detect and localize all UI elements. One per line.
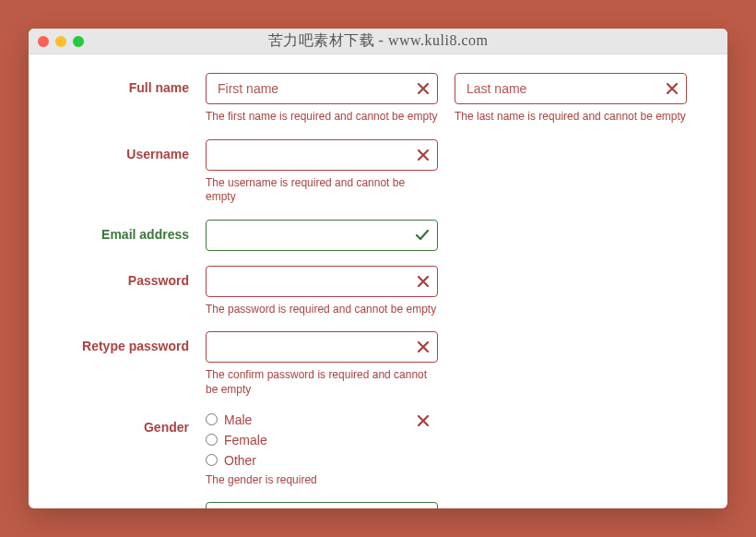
close-icon[interactable] [38, 36, 49, 47]
window: 苦力吧素材下载 - www.kuli8.com Full name The fi… [29, 29, 727, 508]
row-password: Password The password is required and ca… [62, 266, 694, 317]
cross-icon [418, 149, 429, 161]
gender-female[interactable]: Female [206, 433, 438, 448]
username-input[interactable] [206, 139, 438, 171]
firstname-input[interactable] [206, 73, 438, 104]
error-firstname: The first name is required and cannot be… [206, 110, 438, 125]
email-input[interactable] [206, 220, 438, 251]
window-controls [38, 36, 84, 47]
gender-other[interactable]: Other [206, 453, 438, 468]
maximize-icon[interactable] [73, 36, 84, 47]
password-input[interactable] [206, 266, 438, 297]
gender-other-label: Other [224, 453, 256, 468]
minimize-icon[interactable] [55, 36, 66, 47]
radio-other[interactable] [206, 454, 218, 466]
label-fullname: Full name [62, 73, 206, 95]
row-gender: Gender Male Female [62, 412, 694, 488]
label-birthday: Birthday [62, 502, 206, 508]
row-retype: Retype password The confirm password is … [62, 331, 694, 397]
error-username: The username is required and cannot be e… [206, 176, 438, 205]
row-username: Username The username is required and ca… [62, 139, 694, 205]
error-lastname: The last name is required and cannot be … [455, 110, 687, 125]
row-birthday: Birthday (YYYY/MM/DD) [62, 502, 694, 508]
radio-male[interactable] [206, 413, 218, 425]
label-username: Username [62, 139, 206, 161]
check-icon [416, 230, 429, 241]
cross-icon [418, 414, 429, 429]
row-email: Email address [62, 220, 694, 251]
gender-female-label: Female [224, 433, 267, 448]
radio-female[interactable] [206, 434, 218, 446]
cross-icon [418, 276, 429, 287]
label-gender: Gender [62, 412, 206, 435]
gender-male-label: Male [224, 412, 252, 427]
error-gender: The gender is required [206, 473, 438, 488]
row-fullname: Full name The first name is required and… [62, 73, 694, 125]
cross-icon [667, 83, 678, 94]
cross-icon [418, 83, 429, 94]
label-email: Email address [62, 220, 206, 242]
error-retype: The confirm password is required and can… [206, 368, 438, 397]
titlebar: 苦力吧素材下载 - www.kuli8.com [29, 29, 727, 54]
retype-password-input[interactable] [206, 331, 438, 363]
lastname-input[interactable] [455, 73, 687, 104]
form: Full name The first name is required and… [29, 54, 727, 508]
gender-male[interactable]: Male [206, 412, 438, 427]
birthday-input[interactable] [206, 502, 438, 508]
window-title: 苦力吧素材下载 - www.kuli8.com [29, 31, 727, 51]
error-password: The password is required and cannot be e… [206, 303, 438, 317]
label-retype: Retype password [62, 331, 206, 353]
cross-icon [418, 341, 429, 352]
label-password: Password [62, 266, 206, 288]
